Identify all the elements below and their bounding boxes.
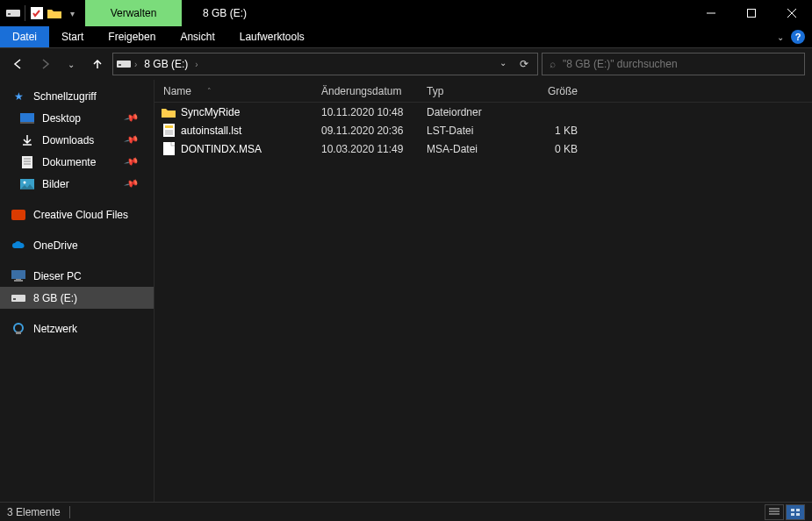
recent-locations-button[interactable]: ⌄ [60,53,83,75]
sidebar-item-label: Desktop [42,112,81,125]
tab-start[interactable]: Start [49,26,96,47]
file-date: 09.11.2020 20:36 [313,125,418,137]
sidebar-item-desktop[interactable]: Desktop 📌 [0,107,154,129]
file-name: autoinstall.lst [181,125,241,137]
sidebar-item-pictures[interactable]: Bilder 📌 [0,173,154,195]
tab-view[interactable]: Ansicht [168,26,226,47]
sidebar-item-label: Dieser PC [33,270,82,282]
properties-icon[interactable] [29,5,45,21]
column-header-date[interactable]: Änderungsdatum [313,85,418,97]
svg-rect-38 [796,513,800,516]
svg-rect-31 [163,142,175,155]
cloud-icon [11,239,26,253]
file-date: 10.03.2020 11:49 [313,143,418,155]
up-button[interactable] [86,53,109,75]
sidebar-item-drive[interactable]: 8 GB (E:) [0,287,154,309]
file-row[interactable]: DONTINDX.MSA10.03.2020 11:49MSA-Datei0 K… [154,139,812,158]
file-type: MSA-Datei [418,143,523,155]
svg-rect-1 [8,13,11,15]
search-input[interactable] [563,58,797,70]
sidebar-item-creative-cloud[interactable]: Creative Cloud Files [0,203,154,225]
file-icon [162,142,176,156]
tab-file[interactable]: Datei [0,26,49,47]
view-details-button[interactable] [765,504,784,520]
drive-icon [11,291,26,305]
sidebar-item-network[interactable]: Netzwerk [0,318,154,339]
chevron-right-icon[interactable]: › [134,60,137,69]
search-icon: ⌕ [550,58,556,70]
navigation-bar: ⌄ › 8 GB (E:) › ⌄ ⟳ ⌕ [0,48,812,80]
svg-rect-25 [16,332,21,334]
document-icon [19,155,35,169]
svg-rect-35 [791,509,794,511]
address-bar[interactable]: › 8 GB (E:) › ⌄ ⟳ [112,53,538,75]
star-icon: ★ [11,89,26,103]
file-type: Dateiordner [418,106,523,118]
creative-cloud-icon [11,208,26,222]
status-item-count: 3 Elemente [7,506,61,518]
sidebar-item-onedrive[interactable]: OneDrive [0,234,154,256]
status-bar: 3 Elemente [0,502,812,521]
svg-rect-18 [11,210,25,220]
pin-icon: 📌 [124,153,140,169]
svg-rect-12 [22,156,32,168]
title-bar: ▾ Verwalten 8 GB (E:) [0,0,812,26]
file-list-pane: Name˄ Änderungsdatum Typ Größe SyncMyRid… [154,80,812,502]
column-header-size[interactable]: Größe [523,85,593,97]
column-headers: Name˄ Änderungsdatum Typ Größe [154,80,812,103]
help-icon[interactable]: ? [791,30,805,44]
svg-rect-23 [13,298,16,300]
svg-rect-10 [20,122,34,124]
ribbon-collapse-icon[interactable]: ⌄ [777,32,784,42]
sidebar-item-label: Dokumente [42,156,96,168]
chevron-right-icon[interactable]: › [195,60,198,69]
address-dropdown-icon[interactable]: ⌄ [493,58,513,70]
sidebar-item-label: Downloads [42,134,94,146]
pin-icon: 📌 [124,132,140,147]
lst-icon [162,124,176,138]
pin-icon: 📌 [124,110,140,125]
forward-button[interactable] [33,53,56,75]
svg-rect-37 [791,513,794,516]
svg-rect-20 [16,279,21,280]
sidebar-item-label: Creative Cloud Files [33,209,128,221]
svg-rect-36 [796,509,800,511]
network-icon [11,322,26,336]
refresh-icon[interactable]: ⟳ [514,58,534,70]
sidebar-item-downloads[interactable]: Downloads 📌 [0,129,154,151]
file-row[interactable]: autoinstall.lst09.11.2020 20:36LST-Datei… [154,121,812,139]
sidebar-item-label: Netzwerk [33,323,77,335]
navigation-pane[interactable]: ★ Schnellzugriff Desktop 📌 Downloads 📌 D… [0,80,154,502]
svg-rect-19 [11,270,25,279]
svg-rect-27 [165,125,173,128]
minimize-button[interactable] [691,0,731,26]
column-header-name[interactable]: Name˄ [154,85,313,97]
sidebar-item-label: OneDrive [33,239,78,252]
svg-rect-21 [14,280,23,282]
sidebar-item-this-pc[interactable]: Dieser PC [0,265,154,287]
qat-dropdown-icon[interactable]: ▾ [64,5,80,21]
file-type: LST-Datei [418,125,523,137]
folder-icon[interactable] [47,5,62,21]
sidebar-item-quick-access[interactable]: ★ Schnellzugriff [0,85,154,107]
sidebar-item-label: 8 GB (E:) [33,292,77,304]
maximize-button[interactable] [731,0,772,26]
downloads-icon [19,133,35,147]
tab-drive-tools[interactable]: Laufwerktools [227,26,317,47]
ribbon-tabs: Datei Start Freigeben Ansicht Laufwerkto… [0,26,812,48]
column-header-type[interactable]: Typ [418,85,523,97]
manage-contextual-tab[interactable]: Verwalten [85,0,182,26]
svg-rect-8 [119,64,121,66]
tab-share[interactable]: Freigeben [96,26,168,47]
drive-icon [117,59,131,69]
sidebar-item-documents[interactable]: Dokumente 📌 [0,151,154,173]
close-button[interactable] [772,0,812,26]
search-box[interactable]: ⌕ [542,53,805,75]
file-row[interactable]: SyncMyRide10.11.2020 10:48Dateiordner [154,103,812,121]
back-button[interactable] [7,53,30,75]
svg-rect-4 [748,10,756,18]
file-size: 0 KB [523,143,593,155]
view-large-icons-button[interactable] [786,504,805,520]
file-name: SyncMyRide [181,106,240,118]
breadcrumb-segment[interactable]: 8 GB (E:) [140,58,191,70]
